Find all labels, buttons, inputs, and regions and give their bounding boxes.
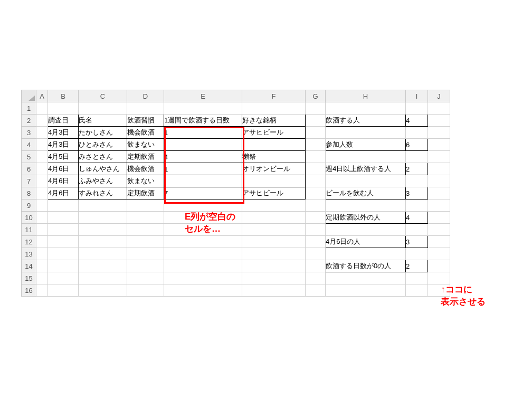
cell[interactable] (428, 175, 450, 187)
row-header-16[interactable]: 16 (22, 284, 36, 297)
cell[interactable] (406, 175, 428, 187)
cell[interactable] (127, 260, 164, 272)
row-header-6[interactable]: 6 (22, 163, 36, 175)
cell[interactable] (48, 236, 79, 248)
cell[interactable] (306, 175, 326, 187)
cell[interactable] (428, 260, 450, 272)
row-header-7[interactable]: 7 (22, 175, 36, 187)
cell[interactable] (79, 284, 127, 297)
main-header-d[interactable]: 飲酒習慣 (127, 115, 164, 127)
cell[interactable] (48, 260, 79, 272)
cell[interactable]: 飲まない (127, 175, 164, 187)
cell[interactable]: 4月3日 (48, 127, 79, 139)
cell[interactable] (36, 272, 48, 284)
side-label[interactable]: 週4日以上飲酒する人 (326, 163, 406, 175)
cell[interactable]: 機会飲酒 (127, 163, 164, 175)
cell[interactable] (36, 200, 48, 212)
cell[interactable]: ひとみさん (79, 139, 127, 151)
cell[interactable] (406, 200, 428, 212)
cell[interactable] (164, 200, 242, 212)
cell[interactable] (406, 284, 428, 297)
cell[interactable] (164, 248, 242, 260)
cell[interactable]: オリオンビール (242, 163, 306, 175)
cell[interactable] (36, 175, 48, 187)
cell[interactable]: アサヒビール (242, 187, 306, 200)
cell[interactable] (242, 139, 306, 151)
cell[interactable]: 飲まない (127, 139, 164, 151)
cell[interactable] (164, 284, 242, 297)
cell[interactable] (428, 102, 450, 115)
col-header-A[interactable]: A (36, 90, 48, 102)
cell[interactable]: みさとさん (79, 151, 127, 163)
cell[interactable] (326, 272, 406, 284)
spreadsheet-grid[interactable]: A B C D E F G H I J 1 2 (21, 90, 450, 297)
cell[interactable] (406, 224, 428, 236)
cell[interactable] (242, 248, 306, 260)
row-header-9[interactable]: 9 (22, 200, 36, 212)
cell[interactable] (79, 212, 127, 224)
cell[interactable] (36, 224, 48, 236)
cell[interactable] (127, 236, 164, 248)
cell[interactable]: 定期飲酒 (127, 151, 164, 163)
main-header-c[interactable]: 氏名 (79, 115, 127, 127)
cell[interactable] (428, 163, 450, 175)
cell[interactable] (406, 102, 428, 115)
cell[interactable] (306, 127, 326, 139)
cell[interactable] (406, 272, 428, 284)
row-header-13[interactable]: 13 (22, 248, 36, 260)
cell[interactable] (36, 236, 48, 248)
side-value[interactable]: 4 (406, 212, 428, 224)
cell[interactable] (164, 236, 242, 248)
side-label[interactable]: 飲酒する日数が0の人 (326, 260, 406, 272)
main-header-b[interactable]: 調査日 (48, 115, 79, 127)
cell[interactable]: 1 (164, 163, 242, 175)
cell[interactable] (326, 200, 406, 212)
cell[interactable] (36, 187, 48, 200)
row-header-3[interactable]: 3 (22, 127, 36, 139)
cell[interactable] (306, 260, 326, 272)
cell[interactable] (36, 248, 48, 260)
cell[interactable] (306, 224, 326, 236)
cell[interactable] (127, 272, 164, 284)
side-value[interactable]: 3 (406, 187, 428, 200)
cell[interactable] (428, 248, 450, 260)
cell[interactable] (164, 102, 242, 115)
cell[interactable]: たかしさん (79, 127, 127, 139)
cell[interactable] (242, 175, 306, 187)
cell[interactable] (306, 163, 326, 175)
cell[interactable] (242, 272, 306, 284)
cell[interactable] (164, 272, 242, 284)
cell[interactable] (36, 139, 48, 151)
cell[interactable] (306, 200, 326, 212)
cell[interactable] (306, 151, 326, 163)
col-header-F[interactable]: F (242, 90, 306, 102)
cell[interactable] (306, 248, 326, 260)
row-header-12[interactable]: 12 (22, 236, 36, 248)
cell[interactable] (127, 212, 164, 224)
cell[interactable] (428, 236, 450, 248)
select-all-corner[interactable] (22, 90, 36, 102)
cell[interactable] (242, 236, 306, 248)
cell[interactable] (36, 284, 48, 297)
cell[interactable] (127, 200, 164, 212)
row-header-10[interactable]: 10 (22, 212, 36, 224)
row-header-4[interactable]: 4 (22, 139, 36, 151)
cell[interactable] (79, 272, 127, 284)
cell[interactable] (127, 102, 164, 115)
row-header-15[interactable]: 15 (22, 272, 36, 284)
row-header-8[interactable]: 8 (22, 187, 36, 200)
cell[interactable] (306, 187, 326, 200)
cell[interactable] (406, 151, 428, 163)
side-value[interactable]: 3 (406, 236, 428, 248)
cell[interactable] (406, 127, 428, 139)
cell[interactable]: すみれさん (79, 187, 127, 200)
side-value[interactable]: 2 (406, 260, 428, 272)
cell[interactable]: 4月3日 (48, 139, 79, 151)
cell[interactable] (36, 127, 48, 139)
cell[interactable] (306, 236, 326, 248)
side-label[interactable]: 定期飲酒以外の人 (326, 212, 406, 224)
side-label[interactable]: ビールを飲む人 (326, 187, 406, 200)
cell[interactable] (306, 212, 326, 224)
col-header-E[interactable]: E (164, 90, 242, 102)
col-header-J[interactable]: J (428, 90, 450, 102)
